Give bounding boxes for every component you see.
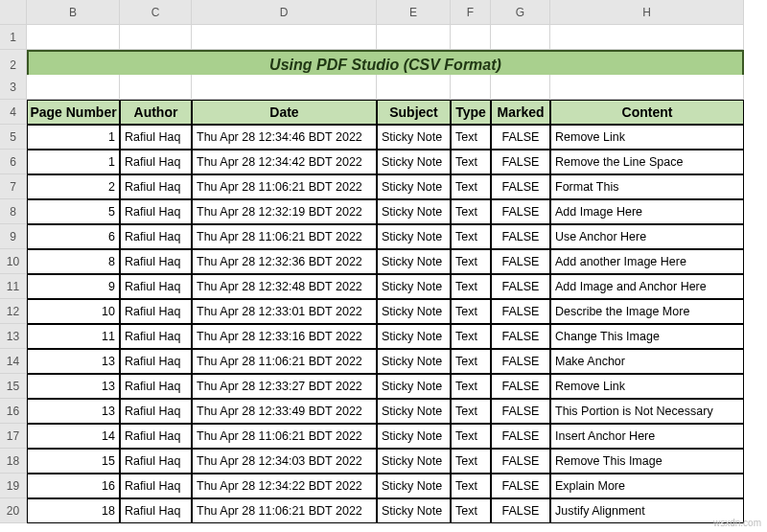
row-header-10[interactable]: 10 xyxy=(0,249,27,274)
cell-date[interactable]: Thu Apr 28 12:32:48 BDT 2022 xyxy=(192,274,377,299)
cell-subject[interactable]: Sticky Note xyxy=(377,249,451,274)
cell-page[interactable]: 18 xyxy=(27,498,120,523)
empty-cell[interactable] xyxy=(550,25,744,50)
cell-type[interactable]: Text xyxy=(451,224,491,249)
cell-type[interactable]: Text xyxy=(451,274,491,299)
cell-type[interactable]: Text xyxy=(451,498,491,523)
cell-author[interactable]: Rafiul Haq xyxy=(120,349,192,374)
empty-cell[interactable] xyxy=(550,75,744,100)
cell-page[interactable]: 13 xyxy=(27,349,120,374)
cell-subject[interactable]: Sticky Note xyxy=(377,199,451,224)
cell-marked[interactable]: FALSE xyxy=(491,324,550,349)
cell-date[interactable]: Thu Apr 28 12:34:46 BDT 2022 xyxy=(192,125,377,150)
cell-type[interactable]: Text xyxy=(451,150,491,174)
empty-cell[interactable] xyxy=(377,75,451,100)
cell-subject[interactable]: Sticky Note xyxy=(377,349,451,374)
cell-content[interactable]: This Portion is Not Necessary xyxy=(550,399,744,424)
row-header-9[interactable]: 9 xyxy=(0,224,27,249)
cell-content[interactable]: Change This Image xyxy=(550,324,744,349)
cell-type[interactable]: Text xyxy=(451,174,491,199)
cell-marked[interactable]: FALSE xyxy=(491,249,550,274)
cell-subject[interactable]: Sticky Note xyxy=(377,125,451,150)
column-header-F[interactable]: F xyxy=(451,0,491,25)
cell-author[interactable]: Rafiul Haq xyxy=(120,249,192,274)
row-header-1[interactable]: 1 xyxy=(0,25,27,50)
cell-content[interactable]: Use Anchor Here xyxy=(550,224,744,249)
cell-content[interactable]: Format This xyxy=(550,174,744,199)
cell-page[interactable]: 15 xyxy=(27,449,120,474)
cell-marked[interactable]: FALSE xyxy=(491,174,550,199)
cell-date[interactable]: Thu Apr 28 12:34:22 BDT 2022 xyxy=(192,474,377,498)
cell-content[interactable]: Add Image and Anchor Here xyxy=(550,274,744,299)
cell-content[interactable]: Remove Link xyxy=(550,125,744,150)
row-header-12[interactable]: 12 xyxy=(0,299,27,324)
row-header-6[interactable]: 6 xyxy=(0,150,27,174)
cell-subject[interactable]: Sticky Note xyxy=(377,374,451,399)
row-header-14[interactable]: 14 xyxy=(0,349,27,374)
cell-author[interactable]: Rafiul Haq xyxy=(120,150,192,174)
cell-page[interactable]: 6 xyxy=(27,224,120,249)
table-header-author[interactable]: Author xyxy=(120,100,192,125)
cell-marked[interactable]: FALSE xyxy=(491,299,550,324)
cell-marked[interactable]: FALSE xyxy=(491,474,550,498)
empty-cell[interactable] xyxy=(491,75,550,100)
cell-page[interactable]: 1 xyxy=(27,125,120,150)
cell-author[interactable]: Rafiul Haq xyxy=(120,474,192,498)
cell-date[interactable]: Thu Apr 28 11:06:21 BDT 2022 xyxy=(192,498,377,523)
column-header-E[interactable]: E xyxy=(377,0,451,25)
row-header-19[interactable]: 19 xyxy=(0,474,27,498)
cell-page[interactable]: 8 xyxy=(27,249,120,274)
cell-author[interactable]: Rafiul Haq xyxy=(120,125,192,150)
cell-marked[interactable]: FALSE xyxy=(491,374,550,399)
cell-content[interactable]: Remove the Line Space xyxy=(550,150,744,174)
cell-page[interactable]: 16 xyxy=(27,474,120,498)
cell-marked[interactable]: FALSE xyxy=(491,224,550,249)
cell-date[interactable]: Thu Apr 28 11:06:21 BDT 2022 xyxy=(192,424,377,449)
cell-content[interactable]: Make Anchor xyxy=(550,349,744,374)
cell-content[interactable]: Describe the Image More xyxy=(550,299,744,324)
row-header-5[interactable]: 5 xyxy=(0,125,27,150)
cell-date[interactable]: Thu Apr 28 11:06:21 BDT 2022 xyxy=(192,174,377,199)
empty-cell[interactable] xyxy=(27,75,120,100)
cell-author[interactable]: Rafiul Haq xyxy=(120,498,192,523)
empty-cell[interactable] xyxy=(377,25,451,50)
row-header-16[interactable]: 16 xyxy=(0,399,27,424)
row-header-4[interactable]: 4 xyxy=(0,100,27,125)
select-all-corner[interactable] xyxy=(0,0,27,25)
cell-author[interactable]: Rafiul Haq xyxy=(120,374,192,399)
cell-author[interactable]: Rafiul Haq xyxy=(120,224,192,249)
table-header-marked[interactable]: Marked xyxy=(491,100,550,125)
empty-cell[interactable] xyxy=(451,25,491,50)
empty-cell[interactable] xyxy=(120,75,192,100)
cell-date[interactable]: Thu Apr 28 11:06:21 BDT 2022 xyxy=(192,224,377,249)
cell-author[interactable]: Rafiul Haq xyxy=(120,324,192,349)
cell-date[interactable]: Thu Apr 28 12:33:27 BDT 2022 xyxy=(192,374,377,399)
row-header-20[interactable]: 20 xyxy=(0,498,27,523)
cell-type[interactable]: Text xyxy=(451,125,491,150)
cell-author[interactable]: Rafiul Haq xyxy=(120,274,192,299)
cell-page[interactable]: 5 xyxy=(27,199,120,224)
cell-subject[interactable]: Sticky Note xyxy=(377,399,451,424)
cell-author[interactable]: Rafiul Haq xyxy=(120,399,192,424)
row-header-15[interactable]: 15 xyxy=(0,374,27,399)
cell-author[interactable]: Rafiul Haq xyxy=(120,199,192,224)
cell-content[interactable]: Remove This Image xyxy=(550,449,744,474)
column-header-C[interactable]: C xyxy=(120,0,192,25)
row-header-8[interactable]: 8 xyxy=(0,199,27,224)
cell-marked[interactable]: FALSE xyxy=(491,399,550,424)
cell-page[interactable]: 13 xyxy=(27,374,120,399)
row-header-18[interactable]: 18 xyxy=(0,449,27,474)
spreadsheet-grid[interactable]: BCDEFGH12Using PDF Studio (CSV Format)34… xyxy=(0,0,767,523)
cell-date[interactable]: Thu Apr 28 12:33:16 BDT 2022 xyxy=(192,324,377,349)
table-header-date[interactable]: Date xyxy=(192,100,377,125)
cell-subject[interactable]: Sticky Note xyxy=(377,424,451,449)
cell-type[interactable]: Text xyxy=(451,199,491,224)
column-header-H[interactable]: H xyxy=(550,0,744,25)
cell-marked[interactable]: FALSE xyxy=(491,349,550,374)
cell-subject[interactable]: Sticky Note xyxy=(377,498,451,523)
cell-author[interactable]: Rafiul Haq xyxy=(120,449,192,474)
table-header-content[interactable]: Content xyxy=(550,100,744,125)
cell-subject[interactable]: Sticky Note xyxy=(377,299,451,324)
cell-subject[interactable]: Sticky Note xyxy=(377,224,451,249)
cell-content[interactable]: Add Image Here xyxy=(550,199,744,224)
